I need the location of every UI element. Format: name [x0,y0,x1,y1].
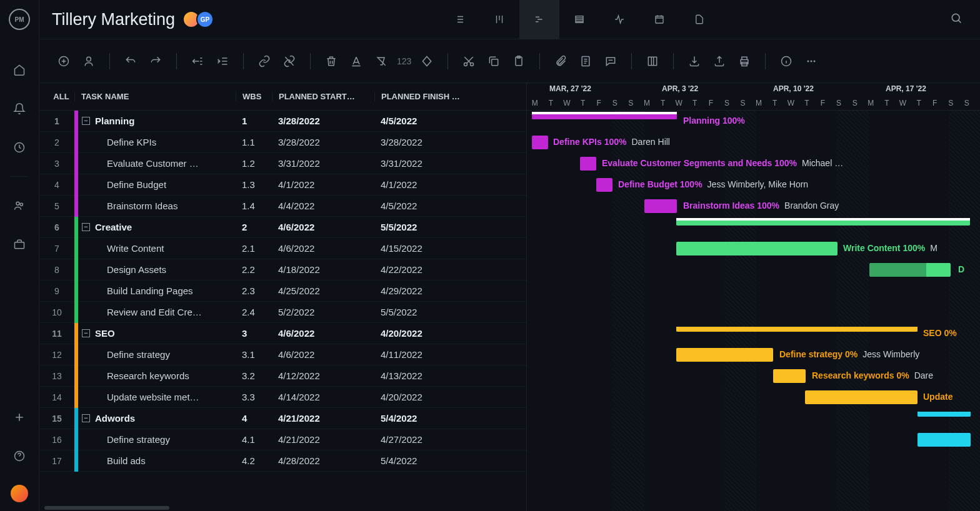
copy-icon[interactable] [484,52,503,71]
gantt-bar[interactable] [676,327,918,332]
svg-rect-16 [649,57,657,65]
day-label: S [942,99,959,107]
print-icon[interactable] [735,52,754,71]
delete-icon[interactable] [322,52,341,71]
table-row[interactable]: 7Write Content2.14/6/20224/15/2022 [39,238,526,259]
redo-icon[interactable] [146,52,165,71]
table-row[interactable]: 14Update website met…3.34/14/20224/20/20… [39,387,526,408]
help-icon[interactable] [9,446,29,466]
paste-icon[interactable] [509,52,528,71]
table-row[interactable]: 17Build ads4.24/28/20225/4/2022 [39,450,526,472]
svg-rect-12 [492,59,498,65]
attachment-icon[interactable] [551,52,570,71]
separator [765,53,766,69]
briefcase-icon[interactable] [9,234,29,254]
table-row[interactable]: 6−Creative24/6/20225/5/2022 [39,217,526,238]
gantt-bar[interactable] [676,221,970,226]
row-id: 16 [39,435,74,445]
gantt-timeline-header: MAR, 27 '22APR, 3 '22APR, 10 '22APR, 17 … [527,83,980,111]
table-row[interactable]: 16Define strategy4.14/21/20224/27/2022 [39,429,526,450]
row-id: 3 [39,159,74,169]
table-row[interactable]: 1−Planning13/28/20224/5/2022 [39,111,526,132]
table-row[interactable]: 15−Adwords44/21/20225/4/2022 [39,408,526,429]
outdent-icon[interactable] [188,52,207,71]
info-icon[interactable] [777,52,796,71]
comment-icon[interactable] [601,52,620,71]
separator [176,53,177,69]
gantt-bar[interactable] [869,263,951,277]
plus-icon[interactable] [9,407,29,427]
table-row[interactable]: 13Research keywords3.24/12/20224/13/2022 [39,365,526,387]
table-row[interactable]: 2Define KPIs1.13/28/20223/28/2022 [39,132,526,153]
view-file-icon[interactable] [679,0,719,39]
gantt-bar[interactable] [773,369,806,383]
table-row[interactable]: 10Review and Edit Cre…2.45/2/20225/5/202… [39,302,526,323]
notes-icon[interactable] [576,52,595,71]
gantt-bar[interactable] [580,157,596,171]
finish-cell: 4/20/2022 [374,328,481,339]
table-row[interactable]: 11−SEO34/6/20224/20/2022 [39,323,526,344]
col-wbs[interactable]: WBS [236,92,272,101]
view-sheet-icon[interactable] [559,0,599,39]
view-calendar-icon[interactable] [639,0,679,39]
gantt-bar[interactable] [532,136,548,149]
collapse-icon[interactable]: − [82,223,90,231]
assign-icon[interactable] [79,52,98,71]
user-avatar[interactable] [11,485,28,502]
view-gantt-icon[interactable] [519,0,559,39]
col-task-name[interactable]: TASK NAME [74,92,236,101]
unlink-icon[interactable] [280,52,299,71]
clear-format-icon[interactable] [372,52,391,71]
gantt-bar[interactable] [805,390,918,404]
milestone-icon[interactable] [418,52,436,71]
columns-icon[interactable] [643,52,662,71]
col-all[interactable]: ALL [39,92,74,101]
indent-icon[interactable] [213,52,232,71]
table-row[interactable]: 12Define strategy3.14/6/20224/11/2022 [39,344,526,365]
gantt-bar[interactable] [644,199,677,213]
gantt-bar[interactable] [532,114,677,119]
view-list-icon[interactable] [439,0,479,39]
table-row[interactable]: 5Brainstorm Ideas1.44/4/20224/5/2022 [39,196,526,217]
gantt-bar[interactable] [596,178,612,192]
row-id: 11 [39,329,74,339]
collapse-icon[interactable]: − [82,414,90,422]
more-icon[interactable] [802,52,821,71]
table-row[interactable]: 4Define Budget1.34/1/20224/1/2022 [39,174,526,196]
task-name-cell: Research keywords [78,370,236,381]
gantt-bar[interactable] [676,242,838,255]
table-row[interactable]: 3Evaluate Customer …1.23/31/20223/31/202… [39,153,526,174]
horizontal-scrollbar[interactable] [39,505,526,511]
undo-icon[interactable] [121,52,140,71]
col-planned-finish[interactable]: PLANNED FINISH … [374,92,481,101]
team-icon[interactable] [9,196,29,216]
gantt-bar[interactable] [918,433,971,447]
export-icon[interactable] [710,52,729,71]
col-planned-start[interactable]: PLANNED START… [272,92,374,101]
gantt-bar[interactable] [918,412,971,417]
bell-icon[interactable] [9,99,29,119]
cut-icon[interactable] [459,52,478,71]
table-row[interactable]: 8Design Assets2.24/18/20224/22/2022 [39,259,526,280]
link-icon[interactable] [255,52,274,71]
member-avatars[interactable]: GP [186,11,214,28]
app-logo[interactable]: PM [9,9,30,30]
start-cell: 4/25/2022 [272,285,374,296]
gantt-chart[interactable]: MAR, 27 '22APR, 3 '22APR, 10 '22APR, 17 … [527,83,980,511]
finish-cell: 4/5/2022 [374,116,481,126]
import-icon[interactable] [685,52,704,71]
add-task-icon[interactable] [54,52,73,71]
clock-icon[interactable] [9,137,29,157]
start-cell: 4/4/2022 [272,201,374,211]
text-style-icon[interactable] [347,52,366,71]
home-icon[interactable] [9,60,29,80]
table-row[interactable]: 9Build Landing Pages2.34/25/20224/29/202… [39,280,526,302]
day-label: W [895,99,911,107]
collapse-icon[interactable]: − [82,117,90,125]
view-activity-icon[interactable] [599,0,639,39]
search-icon[interactable] [945,7,968,32]
view-board-icon[interactable] [479,0,519,39]
collapse-icon[interactable]: − [82,329,90,337]
gantt-bar[interactable] [676,348,773,362]
avatar-2[interactable]: GP [196,11,214,28]
